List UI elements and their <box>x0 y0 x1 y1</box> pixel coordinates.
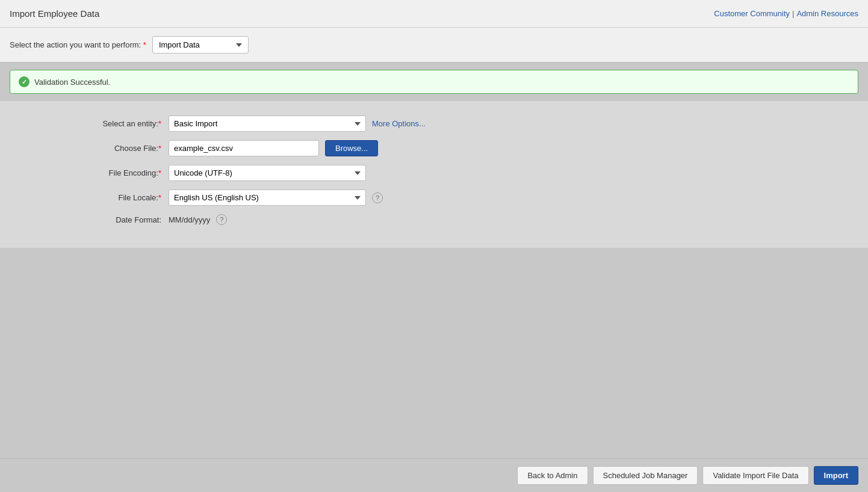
file-input[interactable] <box>169 140 319 156</box>
encoding-control-group: Unicode (UTF-8) ASCII ISO-8859-1 <box>169 165 366 181</box>
locale-row: File Locale:* English US (English US) En… <box>0 189 868 206</box>
link-separator: | <box>792 9 794 18</box>
footer: Back to Admin Scheduled Job Manager Vali… <box>0 458 868 492</box>
check-icon <box>19 76 29 87</box>
action-label: Select the action you want to perform: * <box>10 40 146 49</box>
customer-community-link[interactable]: Customer Community <box>714 9 790 18</box>
page-title: Import Employee Data <box>10 8 99 19</box>
action-select[interactable]: Import Data Export Data Delete Data <box>152 36 249 54</box>
form-panel: Select an entity:* Basic Import Advanced… <box>0 101 868 248</box>
encoding-row: File Encoding:* Unicode (UTF-8) ASCII IS… <box>0 165 868 181</box>
file-label: Choose File:* <box>48 144 169 153</box>
action-required-star: * <box>141 40 146 49</box>
file-row: Choose File:* Browse... <box>0 140 868 156</box>
date-format-row: Date Format: MM/dd/yyyy ? <box>0 214 868 225</box>
action-bar: Select the action you want to perform: *… <box>0 28 868 63</box>
date-format-control-group: MM/dd/yyyy ? <box>169 214 227 225</box>
validate-import-button[interactable]: Validate Import File Data <box>702 466 808 485</box>
encoding-label: File Encoding:* <box>48 168 169 177</box>
date-format-help-icon[interactable]: ? <box>216 214 227 225</box>
scheduled-job-manager-button[interactable]: Scheduled Job Manager <box>593 466 698 485</box>
more-options-link[interactable]: More Options... <box>372 119 426 128</box>
validation-text: Validation Successful. <box>34 78 110 87</box>
import-button[interactable]: Import <box>814 466 858 485</box>
browse-button[interactable]: Browse... <box>325 140 378 156</box>
admin-resources-link[interactable]: Admin Resources <box>796 9 858 18</box>
entity-select[interactable]: Basic Import Advanced Import <box>169 115 366 132</box>
entity-label: Select an entity:* <box>48 119 169 128</box>
date-format-value: MM/dd/yyyy <box>169 215 210 224</box>
locale-select[interactable]: English US (English US) English UK (Engl… <box>169 189 366 206</box>
validation-banner: Validation Successful. <box>10 70 858 94</box>
locale-label: File Locale:* <box>48 193 169 202</box>
entity-control-group: Basic Import Advanced Import More Option… <box>169 115 426 132</box>
entity-row: Select an entity:* Basic Import Advanced… <box>0 115 868 132</box>
encoding-select[interactable]: Unicode (UTF-8) ASCII ISO-8859-1 <box>169 165 366 181</box>
date-format-label: Date Format: <box>48 215 169 224</box>
header-links: Customer Community | Admin Resources <box>714 9 858 18</box>
header: Import Employee Data Customer Community … <box>0 0 868 28</box>
main-content: Validation Successful. Select an entity:… <box>0 63 868 492</box>
locale-help-icon[interactable]: ? <box>372 192 383 203</box>
locale-control-group: English US (English US) English UK (Engl… <box>169 189 383 206</box>
back-to-admin-button[interactable]: Back to Admin <box>517 466 587 485</box>
file-control-group: Browse... <box>169 140 378 156</box>
